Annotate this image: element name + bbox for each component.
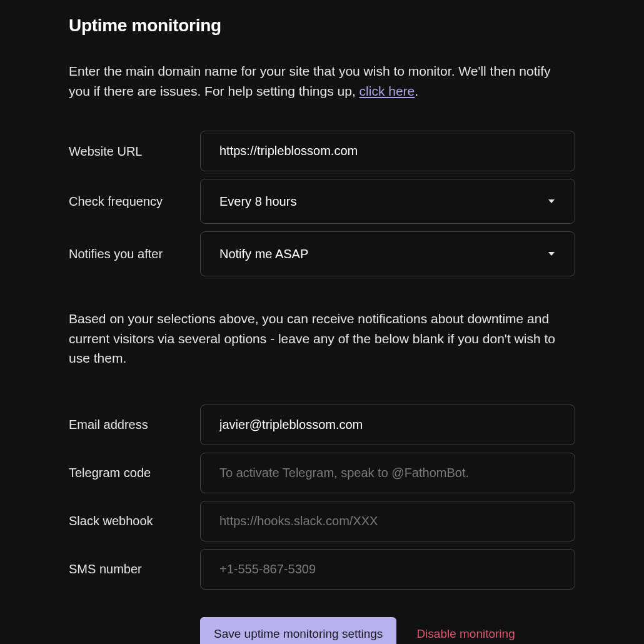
disable-monitoring-button[interactable]: Disable monitoring [416,617,515,645]
slack-label: Slack webhook [69,511,200,530]
page-title: Uptime monitoring [69,13,575,39]
sms-label: SMS number [69,560,200,578]
website-url-input[interactable] [200,131,575,171]
website-url-label: Website URL [69,142,200,161]
email-input[interactable] [200,405,575,445]
intro-text-after: . [415,84,418,98]
chevron-down-icon [548,199,555,203]
notify-after-select[interactable]: Notify me ASAP [200,231,575,276]
help-link[interactable]: click here [360,84,415,98]
save-button[interactable]: Save uptime monitoring settings [200,617,396,645]
telegram-label: Telegram code [69,463,200,482]
notification-description: Based on your selections above, you can … [69,309,575,368]
email-label: Email address [69,415,200,434]
notify-after-value: Notify me ASAP [219,244,308,263]
chevron-down-icon [548,252,555,256]
check-frequency-label: Check frequency [69,192,200,211]
sms-input[interactable] [200,549,575,590]
intro-text: Enter the main domain name for your site… [69,61,575,101]
slack-input[interactable] [200,501,575,541]
check-frequency-select[interactable]: Every 8 hours [200,179,575,224]
telegram-input[interactable] [200,453,575,493]
check-frequency-value: Every 8 hours [219,192,296,211]
intro-text-before: Enter the main domain name for your site… [69,64,551,98]
notify-after-label: Notifies you after [69,244,200,263]
